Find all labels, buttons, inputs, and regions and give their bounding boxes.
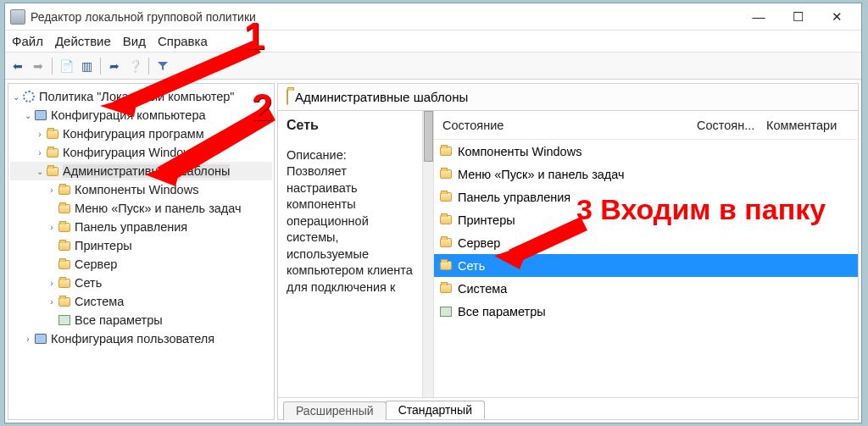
tree: ⌄Политика "Локальный компьютер" ⌄Конфигу… xyxy=(8,84,274,351)
toolbar-separator xyxy=(52,58,53,75)
tree-components[interactable]: ›Компоненты Windows xyxy=(10,180,272,199)
tree-software-settings[interactable]: ›Конфигурация программ xyxy=(10,124,272,143)
folder-icon xyxy=(287,89,288,105)
tree-admin-templates[interactable]: ⌄Административные шаблоны xyxy=(10,162,272,180)
list-item[interactable]: Система xyxy=(434,277,858,300)
tree-label: Все параметры xyxy=(75,313,163,327)
folder-icon xyxy=(58,185,70,195)
list-item[interactable]: Сеть xyxy=(434,254,858,277)
tree-label: Конфигурация компьютера xyxy=(51,108,206,122)
tree-label: Принтеры xyxy=(75,239,132,252)
minimize-button[interactable]: — xyxy=(739,5,778,29)
up-button[interactable]: 📄 xyxy=(57,57,75,75)
user-icon xyxy=(35,334,47,344)
tree-label: Административные шаблоны xyxy=(63,164,230,178)
list-item[interactable]: Сервер xyxy=(434,231,858,254)
menu-help[interactable]: Справка xyxy=(158,34,208,48)
list-item[interactable]: Все параметры xyxy=(434,300,858,323)
tree-all-settings[interactable]: Все параметры xyxy=(10,311,272,329)
forward-button[interactable]: ➡ xyxy=(29,57,47,75)
folder-icon xyxy=(47,167,58,176)
tree-network[interactable]: ›Сеть xyxy=(10,274,272,292)
folder-icon xyxy=(47,130,58,139)
tree-computer-config[interactable]: ⌄Конфигурация компьютера xyxy=(10,106,272,124)
tree-label: Конфигурация пользователя xyxy=(51,332,214,346)
selection-heading: Сеть xyxy=(287,118,414,133)
content-body: ⌄Политика "Локальный компьютер" ⌄Конфигу… xyxy=(5,80,861,423)
menu-file[interactable]: Файл xyxy=(12,34,43,48)
close-button[interactable]: ✕ xyxy=(817,5,856,29)
folder-icon xyxy=(47,148,58,158)
tree-system[interactable]: ›Система xyxy=(10,292,272,311)
tree-windows-settings[interactable]: ›Конфигурация Windows xyxy=(10,143,272,162)
menu-action[interactable]: Действие xyxy=(55,34,111,48)
tree-label: Сеть xyxy=(75,276,102,290)
maximize-button[interactable]: ☐ xyxy=(778,5,817,29)
details-header: Административные шаблоны xyxy=(278,84,858,111)
details-body: Сеть Описание: Позволяет настраивать ком… xyxy=(278,111,858,397)
folder-icon xyxy=(58,297,70,307)
folder-icon xyxy=(58,223,70,232)
list-item[interactable]: Принтеры xyxy=(434,208,858,231)
item-list: Состояние Состоян... Комментари Компонен… xyxy=(434,111,858,397)
properties-button[interactable]: ▥ xyxy=(77,57,96,75)
folder-icon xyxy=(439,145,453,158)
tree-label: Система xyxy=(75,295,124,308)
list-item-label: Принтеры xyxy=(458,213,515,227)
window-title: Редактор локальной групповой политики xyxy=(31,10,739,24)
filter-button[interactable] xyxy=(153,57,172,75)
list-item[interactable]: Компоненты Windows xyxy=(434,140,858,163)
folder-icon xyxy=(439,191,453,204)
tab-standard[interactable]: Стандартный xyxy=(386,401,485,419)
toolbar-separator xyxy=(148,58,149,75)
tree-user-config[interactable]: ›Конфигурация пользователя xyxy=(10,329,272,348)
list-item[interactable]: Меню «Пуск» и панель задач xyxy=(434,163,858,185)
details-header-title: Административные шаблоны xyxy=(295,90,468,104)
tree-root[interactable]: ⌄Политика "Локальный компьютер" xyxy=(10,87,272,106)
tree-label: Сервер xyxy=(75,257,117,271)
list-item-label: Компоненты Windows xyxy=(458,145,581,158)
description-panel: Сеть Описание: Позволяет настраивать ком… xyxy=(278,111,422,397)
computer-icon xyxy=(35,110,47,120)
folder-icon xyxy=(58,260,70,269)
list-item-label: Меню «Пуск» и панель задач xyxy=(458,168,625,181)
col-state-2[interactable]: Состоян... xyxy=(688,119,758,132)
app-icon xyxy=(10,9,25,25)
export-button[interactable]: ➦ xyxy=(105,57,124,75)
toolbar-separator xyxy=(100,58,101,75)
help-button[interactable]: ❔ xyxy=(125,57,144,75)
tree-control-panel[interactable]: ›Панель управления xyxy=(10,218,272,236)
description-text: Позволяет настраивать компоненты операци… xyxy=(287,163,414,296)
tree-server[interactable]: Сервер xyxy=(10,255,272,274)
tree-label: Конфигурация программ xyxy=(63,127,204,141)
folder-icon xyxy=(439,259,453,273)
folder-icon xyxy=(439,282,453,296)
col-comment[interactable]: Комментари xyxy=(758,119,858,132)
tab-extended[interactable]: Расширенный xyxy=(283,401,387,420)
list-item[interactable]: Панель управления xyxy=(434,185,858,208)
scrollbar-thumb[interactable] xyxy=(424,111,433,162)
list-item-label: Система xyxy=(458,282,507,296)
titlebar: Редактор локальной групповой политики — … xyxy=(5,3,861,30)
tree-startmenu[interactable]: Меню «Пуск» и панель задач xyxy=(10,199,272,218)
tree-label: Панель управления xyxy=(75,220,187,234)
policy-icon xyxy=(23,91,35,102)
details-pane: Административные шаблоны Сеть Описание: … xyxy=(277,83,859,420)
back-button[interactable]: ⬅ xyxy=(8,57,27,75)
tree-label: Меню «Пуск» и панель задач xyxy=(75,202,242,215)
scrollbar[interactable] xyxy=(422,111,434,397)
tree-label: Компоненты Windows xyxy=(75,183,198,196)
list-item-label: Панель управления xyxy=(458,191,570,204)
folder-icon xyxy=(58,241,70,251)
tree-pane: ⌄Политика "Локальный компьютер" ⌄Конфигу… xyxy=(8,83,275,420)
tab-bar: Расширенный Стандартный xyxy=(278,397,858,419)
items-container: Компоненты WindowsМеню «Пуск» и панель з… xyxy=(434,140,858,397)
settings-icon xyxy=(58,315,70,325)
folder-icon xyxy=(58,279,70,288)
menu-view[interactable]: Вид xyxy=(123,34,146,48)
tree-printers[interactable]: Принтеры xyxy=(10,236,272,255)
col-state-1[interactable]: Состояние xyxy=(434,119,688,132)
description-label: Описание: xyxy=(287,148,414,162)
settings-icon xyxy=(439,305,453,318)
gpedit-window: Редактор локальной групповой политики — … xyxy=(4,3,862,423)
